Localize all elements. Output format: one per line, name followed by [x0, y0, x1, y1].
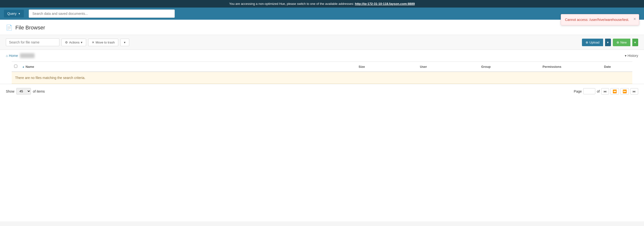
actions-label: Actions: [69, 41, 80, 44]
of-label: of: [597, 89, 600, 93]
page-content: 📄 File Browser ⚙ Actions ▾ ✕ Move to tra…: [0, 20, 644, 222]
empty-message-text: There are no files matching the search c…: [15, 76, 86, 80]
error-message: Cannot access: /user/hive/warehouse/test…: [565, 18, 629, 22]
history-caret-icon: ▾: [625, 54, 626, 58]
of-items-label: of items: [33, 89, 45, 93]
upload-dropdown-button[interactable]: ▾: [605, 39, 611, 46]
new-dropdown-button[interactable]: ▾: [632, 39, 638, 46]
page-header: 📄 File Browser: [0, 20, 644, 35]
select-all-header: [12, 62, 20, 72]
query-dropdown-button[interactable]: Query ▼: [4, 10, 24, 17]
table-footer: Show 10 25 45 100 of items Page of ⏮ ⏪ ⏩…: [0, 84, 644, 98]
next-page-button[interactable]: ⏩: [620, 88, 629, 95]
query-caret-icon: ▼: [18, 12, 20, 15]
page-number-input[interactable]: [583, 88, 595, 94]
actions-button[interactable]: ⚙ Actions ▾: [61, 39, 86, 46]
file-browser-icon: 📄: [6, 24, 12, 31]
show-items-control: Show 10 25 45 100 of items: [6, 88, 45, 95]
actions-caret-icon: ▾: [81, 41, 82, 44]
history-label: History: [628, 54, 638, 58]
breadcrumb-home-link[interactable]: ⌂ Home: [6, 54, 18, 58]
error-close-button[interactable]: ×: [633, 17, 636, 21]
toolbar: ⚙ Actions ▾ ✕ Move to trash ▾ ⊕ Upload ▾…: [0, 35, 644, 50]
gear-icon: ⚙: [65, 41, 68, 44]
actions-more-dropdown[interactable]: ▾: [120, 39, 129, 46]
file-search-input[interactable]: [6, 38, 60, 46]
upload-label: Upload: [590, 41, 600, 44]
file-table-wrapper: ▲ Name Size User Group Permissions: [0, 61, 644, 84]
show-label: Show: [6, 89, 14, 93]
trash-icon: ✕: [92, 41, 94, 44]
breadcrumb-left: ⌂ Home: [6, 53, 34, 58]
show-count-select[interactable]: 10 25 45 100: [16, 88, 31, 95]
pagination-control: Page of ⏮ ⏪ ⏩ ⏭: [574, 88, 638, 95]
new-label: New: [620, 41, 627, 44]
upload-circle-icon: ⊕: [586, 41, 588, 44]
file-table: ▲ Name Size User Group Permissions: [12, 61, 632, 84]
query-label: Query: [7, 12, 16, 15]
history-button[interactable]: ▾ History: [625, 54, 638, 58]
col-header-group[interactable]: Group: [479, 62, 540, 72]
navbar: Query ▼: [0, 7, 644, 20]
top-banner: You are accessing a non-optimized Hue, p…: [0, 0, 644, 7]
move-to-trash-label: Move to trash: [96, 41, 115, 44]
upload-button[interactable]: ⊕ Upload: [582, 39, 603, 46]
new-plus-icon: ⊕: [616, 41, 619, 44]
table-body: There are no files matching the search c…: [12, 72, 632, 84]
col-header-name[interactable]: ▲ Name: [20, 62, 356, 72]
col-header-permissions[interactable]: Permissions: [540, 62, 602, 72]
move-to-trash-button[interactable]: ✕ Move to trash: [88, 39, 118, 46]
banner-text: You are accessing a non-optimized Hue, p…: [229, 2, 354, 5]
col-header-user[interactable]: User: [418, 62, 479, 72]
global-search-input[interactable]: [29, 9, 175, 18]
select-all-checkbox[interactable]: [14, 65, 17, 68]
prev-page-button[interactable]: ⏪: [610, 88, 619, 95]
more-caret-icon: ▾: [124, 41, 126, 44]
new-button[interactable]: ⊕ New: [613, 39, 630, 46]
error-notification: Cannot access: /user/hive/warehouse/test…: [561, 14, 639, 25]
col-header-size[interactable]: Size: [356, 62, 418, 72]
table-header: ▲ Name Size User Group Permissions: [12, 62, 632, 72]
upload-caret-icon: ▾: [607, 41, 609, 44]
breadcrumb-home-label: Home: [9, 54, 18, 58]
new-caret-icon: ▾: [634, 41, 636, 44]
breadcrumb-bar: ⌂ Home ▾ History: [0, 50, 644, 61]
banner-link[interactable]: http://ip-172-31-10-118.fayson.com:8889: [355, 2, 415, 5]
first-page-button[interactable]: ⏮: [601, 88, 609, 95]
breadcrumb-blurred-path: [20, 53, 34, 58]
page-label: Page: [574, 89, 582, 93]
page-title: File Browser: [15, 24, 45, 31]
home-icon: ⌂: [6, 54, 8, 58]
sort-name-arrow: ▲: [22, 65, 24, 68]
empty-results-row: There are no files matching the search c…: [12, 72, 632, 84]
col-header-date[interactable]: Date: [602, 62, 632, 72]
last-page-button[interactable]: ⏭: [630, 88, 638, 95]
